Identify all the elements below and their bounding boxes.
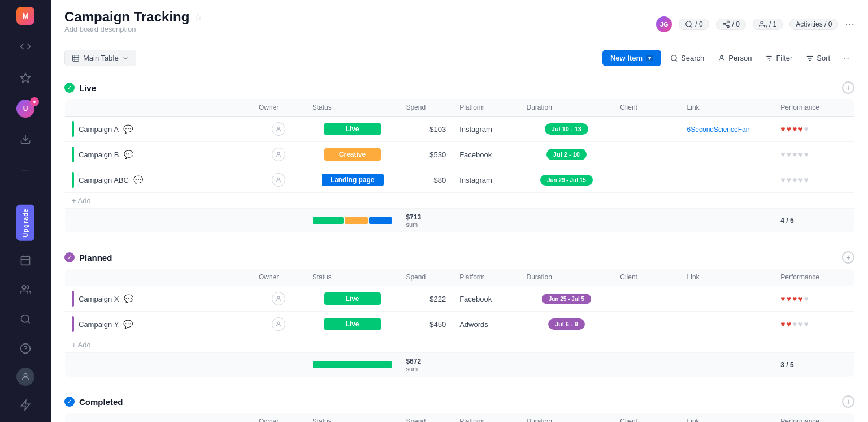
col-header-owner: Owner (252, 99, 306, 117)
owner-avatar[interactable] (272, 317, 285, 331)
campaign-name[interactable]: Campaign B (79, 150, 119, 159)
toolbar-more-button[interactable]: ··· (839, 50, 854, 66)
svg-line-19 (725, 22, 727, 23)
status-cell[interactable]: Live (306, 117, 400, 142)
owner-cell (252, 142, 306, 167)
activities-counter[interactable]: Activities / 0 (789, 19, 838, 30)
lightning-icon[interactable] (15, 395, 36, 415)
col-header-owner: Owner (252, 413, 306, 423)
heart-1: ♥ (780, 150, 785, 159)
status-cell[interactable]: Live (306, 312, 400, 337)
filter-button[interactable]: Filter (761, 50, 797, 66)
group-live-collapse[interactable]: ✓ (64, 83, 75, 93)
link-cell[interactable]: 6SecondScienceFair (680, 117, 774, 142)
group-planned-add[interactable]: + (842, 251, 854, 264)
owner-avatar[interactable] (272, 292, 285, 305)
summary-performance: 4 / 5 (774, 209, 854, 233)
owner-avatar[interactable] (272, 173, 285, 187)
add-item-cell[interactable]: + Add (65, 337, 854, 353)
comment-icon[interactable]: 💬 (133, 175, 143, 184)
add-item-cell[interactable]: + Add (65, 193, 854, 209)
comment-icon[interactable]: 💬 (124, 294, 133, 303)
page-header: Campaign Tracking ☆ Add board descriptio… (51, 0, 868, 44)
live-summary-row: $713sum 4 / 5 (65, 209, 854, 233)
heart-1: ♥ (780, 294, 785, 303)
platform-cell: Adwords (453, 312, 519, 337)
search-button[interactable]: Search (666, 50, 709, 66)
code-icon[interactable] (15, 36, 36, 57)
status-cell[interactable]: Live (306, 286, 400, 312)
bottom-user-avatar[interactable] (16, 368, 34, 386)
campaign-name[interactable]: Campaign X (79, 295, 119, 303)
comment-icon[interactable]: 💬 (124, 150, 133, 159)
download-icon[interactable] (15, 129, 36, 149)
header-more-button[interactable]: ··· (845, 18, 854, 31)
board-description[interactable]: Add board description (64, 25, 203, 33)
star-icon[interactable] (15, 68, 36, 88)
group-planned-collapse[interactable]: ✓ (64, 252, 75, 262)
svg-point-17 (727, 25, 729, 28)
sort-button[interactable]: Sort (801, 50, 835, 66)
col-header-performance: Performance (774, 413, 854, 423)
summary-owner (252, 353, 306, 377)
summary-owner (252, 209, 306, 233)
summary-platform (453, 209, 519, 233)
spend-cell: $530 (399, 142, 453, 167)
add-item-row[interactable]: + Add (65, 337, 854, 353)
svg-point-15 (727, 21, 729, 23)
main-table-button[interactable]: Main Table (64, 50, 136, 66)
search-icon[interactable] (15, 309, 36, 329)
duration-cell: Jun 29 - Jul 15 (520, 167, 614, 193)
heart-4: ♥ (798, 294, 802, 303)
upgrade-button[interactable]: Upgrade (16, 205, 34, 241)
col-header-name (65, 99, 252, 117)
people-counter[interactable]: / 1 (753, 19, 783, 30)
campaign-name[interactable]: Campaign A (79, 125, 119, 134)
new-item-button[interactable]: New Item ▾ (602, 50, 661, 66)
svg-rect-2 (21, 256, 30, 265)
link-cell (680, 286, 774, 312)
campaign-name[interactable]: Campaign Y (79, 320, 119, 329)
heart-4: ♥ (798, 150, 802, 159)
campaign-name[interactable]: Campaign ABC (79, 176, 129, 184)
new-item-chevron: ▾ (646, 55, 653, 61)
comment-icon[interactable]: 💬 (123, 124, 133, 134)
favorite-star[interactable]: ☆ (194, 11, 203, 23)
platform-cell: Facebook (453, 142, 519, 167)
group-completed-add[interactable]: + (842, 395, 854, 408)
heart-3: ♥ (792, 150, 797, 159)
more-icon[interactable]: ··· (15, 161, 36, 181)
svg-line-8 (28, 321, 30, 324)
avatar-group[interactable]: U ● (16, 100, 34, 118)
group-live-add[interactable]: + (842, 81, 854, 94)
calendar-icon[interactable] (15, 250, 36, 270)
invite-counter[interactable]: / 0 (679, 19, 709, 30)
group-completed-collapse[interactable]: ✓ (64, 397, 75, 407)
svg-point-38 (277, 322, 280, 324)
svg-point-34 (277, 127, 280, 129)
status-cell[interactable]: Landing page (306, 167, 400, 193)
col-header-link: Link (680, 269, 774, 286)
heart-3: ♥ (792, 294, 797, 303)
heart-2: ♥ (787, 124, 791, 134)
people-icon[interactable] (15, 279, 36, 300)
heart-5: ♥ (804, 320, 809, 329)
svg-point-11 (24, 374, 27, 377)
svg-point-13 (686, 21, 691, 26)
campaign-name-cell: Campaign A 💬 (65, 117, 252, 142)
status-cell[interactable]: Creative (306, 142, 400, 167)
comment-icon[interactable]: 💬 (123, 320, 133, 329)
svg-marker-0 (21, 74, 31, 83)
summary-status (306, 209, 400, 233)
col-header-name (65, 269, 252, 286)
svg-point-7 (21, 315, 29, 322)
add-item-row[interactable]: + Add (65, 193, 854, 209)
link-cell (680, 312, 774, 337)
svg-point-16 (723, 23, 725, 25)
person-filter-button[interactable]: Person (713, 50, 756, 66)
help-icon[interactable] (15, 338, 36, 359)
spend-cell: $103 (399, 117, 453, 142)
owner-avatar[interactable] (272, 148, 285, 161)
share-counter[interactable]: / 0 (716, 19, 746, 30)
owner-avatar[interactable] (272, 122, 285, 136)
